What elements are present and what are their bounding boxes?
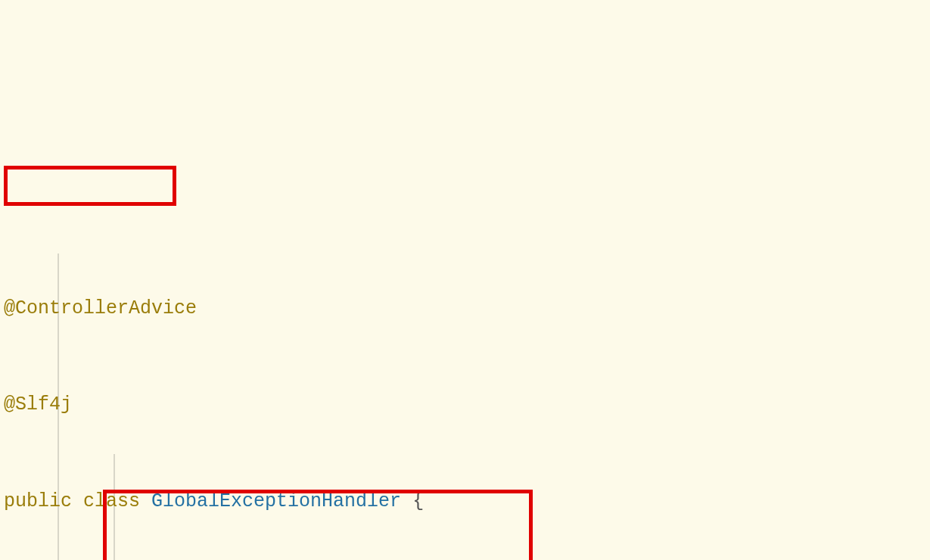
code-line: public class GlobalExceptionHandler { xyxy=(4,486,930,518)
annotation: @Slf4j xyxy=(4,394,72,415)
brace: { xyxy=(412,490,424,512)
code-line: @Slf4j xyxy=(4,389,930,422)
class-name: GlobalExceptionHandler xyxy=(151,490,401,512)
highlight-box xyxy=(4,166,176,206)
code-block: @ControllerAdvice @Slf4j public class Gl… xyxy=(0,129,930,560)
annotation: @ControllerAdvice xyxy=(4,297,197,319)
keyword-public: public xyxy=(4,490,72,512)
keyword-class: class xyxy=(83,490,140,512)
code-line: @ControllerAdvice xyxy=(4,293,930,325)
